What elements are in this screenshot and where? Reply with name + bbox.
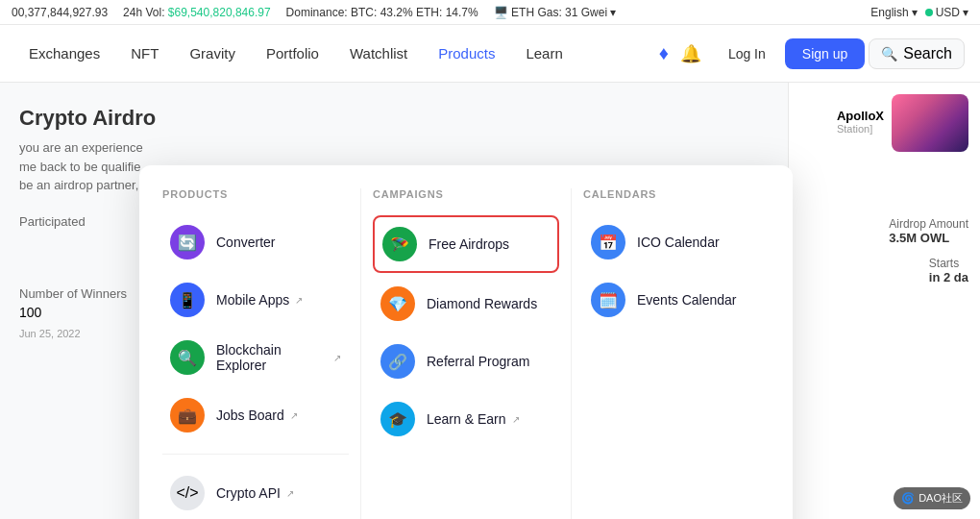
products-dropdown: PRODUCTS 🔄 Converter 📱 Mobile Apps ↗ 🔍 B… xyxy=(139,165,793,519)
nav-icons: ♦ 🔔 xyxy=(659,42,701,64)
menu-item-learn-earn[interactable]: 🎓 Learn & Earn ↗ xyxy=(373,392,559,446)
converter-label: Converter xyxy=(216,235,275,250)
bell-icon[interactable]: 🔔 xyxy=(680,43,701,64)
nav-nft[interactable]: NFT xyxy=(117,37,172,69)
jobs-board-icon: 💼 xyxy=(170,398,205,432)
menu-item-crypto-api[interactable]: </> Crypto API ↗ xyxy=(162,466,349,519)
converter-icon: 🔄 xyxy=(170,225,205,260)
btc-price: 00,377,844,927.93 xyxy=(12,6,108,19)
external-link-icon: ↗ xyxy=(295,295,303,306)
jobs-board-label: Jobs Board ↗ xyxy=(216,408,298,423)
ico-calendar-icon: 📅 xyxy=(591,225,625,260)
right-ad: ApolloX Station] Airdrop Amount 3.5M OWL… xyxy=(788,83,980,519)
learn-earn-icon: 🎓 xyxy=(380,402,415,436)
products-col-header: PRODUCTS xyxy=(162,188,349,200)
learn-earn-label: Learn & Earn ↗ xyxy=(427,411,520,427)
winners-header: Number of Winners xyxy=(19,286,127,301)
blockchain-explorer-icon: 🔍 xyxy=(170,340,205,375)
menu-item-events-calendar[interactable]: 🗓️ Events Calendar xyxy=(583,273,770,327)
ticker-right: English ▾ USD ▾ xyxy=(870,6,968,19)
ad-image xyxy=(892,94,968,152)
menu-item-free-airdrops[interactable]: 🪂 Free Airdrops xyxy=(373,215,559,273)
search-icon: 🔍 xyxy=(881,46,897,62)
products-divider xyxy=(162,454,349,455)
menu-item-ico-calendar[interactable]: 📅 ICO Calendar xyxy=(583,215,770,269)
watermark-icon: 🌀 xyxy=(901,492,915,505)
calendars-column: CALENDARS 📅 ICO Calendar 🗓️ Events Calen… xyxy=(572,188,770,519)
campaigns-column: CAMPAIGNS 🪂 Free Airdrops 💎 Diamond Rewa… xyxy=(361,188,572,519)
vol-label: 24h Vol: $69,540,820,846.97 xyxy=(123,6,271,19)
menu-item-blockchain-explorer[interactable]: 🔍 Blockchain Explorer ↗ xyxy=(162,331,349,384)
external-link-icon2: ↗ xyxy=(333,353,341,363)
mobile-apps-icon: 📱 xyxy=(170,283,205,317)
external-link-icon5: ↗ xyxy=(512,414,520,425)
gas: 🖥️ ETH Gas: 31 Gwei ▾ xyxy=(494,6,617,19)
page-subtitle: you are an experience me back to be qual… xyxy=(19,138,154,195)
language-selector[interactable]: English ▾ xyxy=(870,6,917,19)
calendars-col-header: CALENDARS xyxy=(583,188,770,200)
ad-name: ApolloX xyxy=(837,109,884,123)
free-airdrops-label: Free Airdrops xyxy=(429,236,509,252)
nav-watchlist[interactable]: Watchlist xyxy=(336,37,421,69)
diamond-rewards-icon: 💎 xyxy=(380,286,415,321)
signup-button[interactable]: Sign up xyxy=(785,38,865,69)
menu-item-mobile-apps[interactable]: 📱 Mobile Apps ↗ xyxy=(162,273,349,327)
page-title: Crypto Airdro xyxy=(19,106,769,131)
menu-item-converter[interactable]: 🔄 Converter xyxy=(162,215,349,269)
menu-item-jobs-board[interactable]: 💼 Jobs Board ↗ xyxy=(162,388,349,442)
diamond-icon[interactable]: ♦ xyxy=(659,42,669,64)
menu-item-referral-program[interactable]: 🔗 Referral Program xyxy=(373,334,559,388)
ticker-left: 00,377,844,927.93 24h Vol: $69,540,820,8… xyxy=(12,6,616,19)
referral-program-icon: 🔗 xyxy=(380,344,415,379)
nav-portfolio[interactable]: Portfolio xyxy=(253,37,332,69)
main-content: Crypto Airdro you are an experience me b… xyxy=(0,83,980,519)
watermark: 🌀 DAO社区 xyxy=(894,487,970,509)
campaigns-col-header: CAMPAIGNS xyxy=(373,188,559,200)
search-label: Search xyxy=(903,45,952,62)
events-calendar-label: Events Calendar xyxy=(637,292,737,308)
nav-exchanges[interactable]: Exchanges xyxy=(15,37,113,69)
products-column: PRODUCTS 🔄 Converter 📱 Mobile Apps ↗ 🔍 B… xyxy=(162,188,361,519)
starts-value: in 2 da xyxy=(929,270,968,284)
diamond-rewards-label: Diamond Rewards xyxy=(427,296,537,311)
nav-gravity[interactable]: Gravity xyxy=(176,37,249,69)
crypto-api-label: Crypto API ↗ xyxy=(216,485,294,501)
airdrop-amount-value: 3.5M OWL xyxy=(889,231,968,245)
login-button[interactable]: Log In xyxy=(713,38,781,69)
ad-subtitle: Station] xyxy=(837,123,884,135)
free-airdrops-icon: 🪂 xyxy=(382,227,417,261)
navbar: Exchanges NFT Gravity Portfolio Watchlis… xyxy=(0,25,980,83)
airdrop-amount-header: Airdrop Amount xyxy=(889,217,968,231)
referral-program-label: Referral Program xyxy=(427,354,529,369)
blockchain-explorer-label: Blockchain Explorer ↗ xyxy=(216,342,341,373)
external-link-icon3: ↗ xyxy=(290,410,298,421)
starts-header: Starts xyxy=(929,257,968,270)
nav-products[interactable]: Products xyxy=(425,37,508,69)
nav-learn[interactable]: Learn xyxy=(512,37,576,69)
ticker-bar: 00,377,844,927.93 24h Vol: $69,540,820,8… xyxy=(0,0,980,25)
crypto-api-icon: </> xyxy=(170,476,205,510)
currency-selector[interactable]: USD ▾ xyxy=(925,6,968,19)
ico-calendar-label: ICO Calendar xyxy=(637,235,720,250)
mobile-apps-label: Mobile Apps ↗ xyxy=(216,292,303,308)
search-box[interactable]: 🔍 Search xyxy=(869,38,965,69)
watermark-text: DAO社区 xyxy=(919,491,963,506)
external-link-icon4: ↗ xyxy=(286,488,294,499)
menu-item-diamond-rewards[interactable]: 💎 Diamond Rewards xyxy=(373,277,559,331)
dominance: Dominance: BTC: 43.2% ETH: 14.7% xyxy=(286,6,478,19)
events-calendar-icon: 🗓️ xyxy=(591,283,625,317)
